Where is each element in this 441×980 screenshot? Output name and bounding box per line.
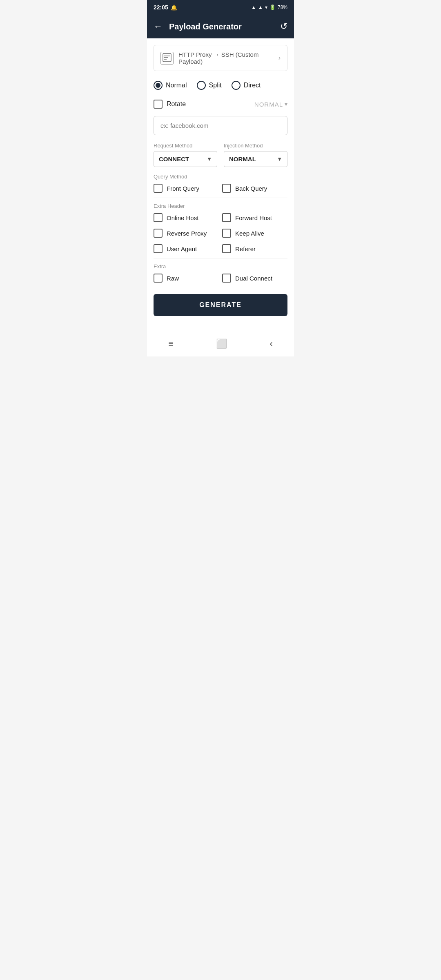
reverse-proxy-item[interactable]: Reverse Proxy [154, 229, 219, 238]
rotate-checkbox[interactable] [154, 100, 163, 109]
generate-button[interactable]: GENERATE [154, 294, 287, 316]
reverse-proxy-label: Reverse Proxy [167, 230, 207, 237]
user-agent-item[interactable]: User Agent [154, 244, 219, 253]
proxy-icon [160, 52, 174, 65]
status-time: 22:05 🔔 [154, 4, 177, 11]
proxy-arrow-icon: › [278, 54, 281, 62]
extra-section-label: Extra [154, 263, 287, 270]
rotate-label: Rotate [167, 100, 186, 108]
online-host-checkbox[interactable] [154, 213, 163, 222]
query-method-section-label: Query Method [154, 174, 287, 180]
front-query-item[interactable]: Front Query [154, 184, 219, 193]
app-bar: ← Payload Generator ↺ [147, 15, 294, 38]
query-method-grid: Front Query Back Query [154, 184, 287, 193]
signal-icon-2: ▲ [258, 4, 263, 10]
signal-icon: ▲ [251, 4, 256, 10]
status-icons: ▲ ▲ ▾ 🔋 78% [251, 4, 287, 10]
back-button[interactable]: ← [154, 21, 163, 32]
forward-host-label: Forward Host [235, 214, 272, 221]
status-bar: 22:05 🔔 ▲ ▲ ▾ 🔋 78% [147, 0, 294, 15]
raw-item[interactable]: Raw [154, 274, 219, 283]
back-query-checkbox[interactable] [222, 184, 231, 193]
bottom-nav: ≡ ⬜ ‹ [147, 331, 294, 356]
user-agent-checkbox[interactable] [154, 244, 163, 253]
radio-normal-circle [154, 81, 163, 90]
radio-split-circle [197, 81, 206, 90]
user-agent-label: User Agent [167, 245, 197, 252]
extra-header-section-label: Extra Header [154, 203, 287, 209]
method-row: Request Method CONNECT ▼ Injection Metho… [154, 143, 287, 167]
rotate-dropdown-label: NORMAL [254, 101, 283, 108]
rotate-checkbox-area: Rotate [154, 100, 254, 109]
radio-direct-label: Direct [244, 82, 261, 89]
injection-method-dropdown[interactable]: NORMAL ▼ [224, 151, 287, 167]
dual-connect-item[interactable]: Dual Connect [222, 274, 287, 283]
referer-item[interactable]: Referer [222, 244, 287, 253]
keep-alive-label: Keep Alive [235, 230, 264, 237]
back-nav-button[interactable]: ‹ [262, 337, 281, 351]
forward-host-checkbox[interactable] [222, 213, 231, 222]
battery-icon: 🔋 [270, 4, 276, 10]
back-query-label: Back Query [235, 185, 267, 192]
dual-connect-label: Dual Connect [235, 275, 272, 282]
page-title: Payload Generator [169, 22, 274, 31]
referer-checkbox[interactable] [222, 244, 231, 253]
injection-method-col: Injection Method NORMAL ▼ [224, 143, 287, 167]
battery-text: 78% [278, 4, 287, 10]
radio-split[interactable]: Split [197, 81, 222, 90]
front-query-checkbox[interactable] [154, 184, 163, 193]
refresh-button[interactable]: ↺ [280, 21, 287, 32]
online-host-label: Online Host [167, 214, 198, 221]
extra-grid: Raw Dual Connect [154, 274, 287, 283]
mode-radio-group: Normal Split Direct [154, 79, 287, 91]
request-method-dropdown[interactable]: CONNECT ▼ [154, 151, 217, 167]
injection-method-label: Injection Method [224, 143, 287, 149]
radio-split-label: Split [209, 82, 222, 89]
request-method-arrow: ▼ [207, 156, 212, 162]
raw-label: Raw [167, 275, 179, 282]
radio-normal[interactable]: Normal [154, 81, 187, 90]
online-host-item[interactable]: Online Host [154, 213, 219, 222]
proxy-text: HTTP Proxy → SSH (Custom Payload) [178, 51, 274, 65]
radio-direct[interactable]: Direct [232, 81, 261, 90]
notification-icon: 🔔 [171, 4, 177, 11]
time-display: 22:05 [154, 4, 168, 11]
radio-normal-label: Normal [166, 82, 187, 89]
referer-label: Referer [235, 245, 256, 252]
divider-2 [154, 258, 287, 258]
divider-1 [154, 198, 287, 198]
request-method-label: Request Method [154, 143, 217, 149]
injection-method-value: NORMAL [229, 156, 274, 163]
home-nav-button[interactable]: ⬜ [208, 337, 235, 351]
proxy-selector[interactable]: HTTP Proxy → SSH (Custom Payload) › [154, 45, 287, 71]
raw-checkbox[interactable] [154, 274, 163, 283]
radio-direct-circle [232, 81, 241, 90]
request-method-value: CONNECT [159, 156, 203, 163]
menu-nav-button[interactable]: ≡ [160, 337, 182, 351]
front-query-label: Front Query [167, 185, 199, 192]
wifi-icon: ▾ [265, 4, 267, 10]
rotate-dropdown-arrow: ▾ [285, 101, 287, 107]
request-method-col: Request Method CONNECT ▼ [154, 143, 217, 167]
dual-connect-checkbox[interactable] [222, 274, 231, 283]
keep-alive-item[interactable]: Keep Alive [222, 229, 287, 238]
url-input[interactable] [154, 116, 287, 135]
back-query-item[interactable]: Back Query [222, 184, 287, 193]
keep-alive-checkbox[interactable] [222, 229, 231, 238]
rotate-row: Rotate NORMAL ▾ [154, 100, 287, 109]
reverse-proxy-checkbox[interactable] [154, 229, 163, 238]
rotate-dropdown[interactable]: NORMAL ▾ [254, 101, 287, 108]
extra-header-grid: Online Host Forward Host Reverse Proxy K… [154, 213, 287, 253]
injection-method-arrow: ▼ [277, 156, 282, 162]
main-content: HTTP Proxy → SSH (Custom Payload) › Norm… [147, 38, 294, 331]
forward-host-item[interactable]: Forward Host [222, 213, 287, 222]
